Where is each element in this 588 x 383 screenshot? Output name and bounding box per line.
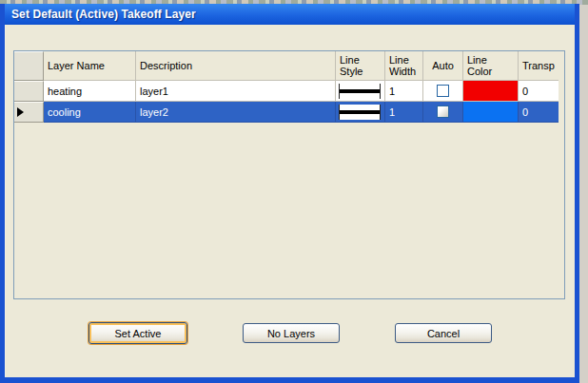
line-stroke — [340, 89, 380, 93]
row-selector-cell[interactable] — [14, 81, 44, 102]
column-header-line-color[interactable]: Line Color — [463, 51, 519, 81]
auto-checkbox[interactable] — [437, 105, 449, 118]
dialog-title: Set Default (Active) Takeoff Layer — [11, 8, 196, 21]
layers-grid-panel: Layer Name Description Line Style Line W… — [13, 50, 565, 299]
auto-cell[interactable] — [423, 102, 463, 123]
layer-name-cell[interactable]: heating — [44, 81, 136, 102]
dialog-window: Set Default (Active) Takeoff Layer Layer… — [0, 4, 579, 383]
column-header-layer-name[interactable]: Layer Name — [44, 51, 136, 81]
line-color-swatch[interactable] — [463, 102, 519, 123]
column-header-line-width[interactable]: Line Width — [385, 51, 423, 81]
row-selector-header-cell — [14, 51, 44, 81]
line-width-cell[interactable]: 1 — [385, 102, 423, 123]
layers-grid: Layer Name Description Line Style Line W… — [14, 51, 564, 123]
row-selector-cell[interactable] — [14, 102, 44, 123]
line-color-swatch[interactable] — [463, 81, 519, 102]
line-style-cell[interactable] — [336, 102, 385, 123]
line-style-cell[interactable] — [336, 81, 385, 102]
transparency-cell[interactable]: 0 — [519, 102, 559, 123]
table-row-cooling[interactable]: cooling layer2 1 0 — [14, 102, 564, 123]
column-header-transparency[interactable]: Transp — [519, 51, 559, 81]
description-cell[interactable]: layer1 — [136, 81, 336, 102]
current-row-arrow-icon — [17, 107, 24, 117]
cancel-button[interactable]: Cancel — [395, 323, 492, 343]
set-active-button[interactable]: Set Active — [88, 322, 187, 344]
auto-cell[interactable] — [423, 81, 463, 102]
column-header-line-style[interactable]: Line Style — [336, 51, 385, 81]
description-cell[interactable]: layer2 — [136, 102, 336, 123]
transparency-cell[interactable]: 0 — [519, 81, 559, 102]
line-style-swatch — [339, 105, 381, 120]
no-layers-button[interactable]: No Layers — [243, 323, 340, 343]
column-header-description[interactable]: Description — [136, 51, 336, 81]
column-header-auto[interactable]: Auto — [423, 51, 463, 81]
table-row-heating[interactable]: heating layer1 1 0 — [14, 81, 564, 102]
line-style-swatch — [339, 84, 381, 99]
grid-header-row: Layer Name Description Line Style Line W… — [14, 51, 564, 81]
auto-checkbox[interactable] — [437, 85, 449, 97]
line-width-cell[interactable]: 1 — [385, 81, 423, 102]
line-stroke — [340, 110, 380, 114]
layer-name-cell[interactable]: cooling — [44, 102, 136, 123]
title-bar[interactable]: Set Default (Active) Takeoff Layer — [5, 4, 575, 25]
